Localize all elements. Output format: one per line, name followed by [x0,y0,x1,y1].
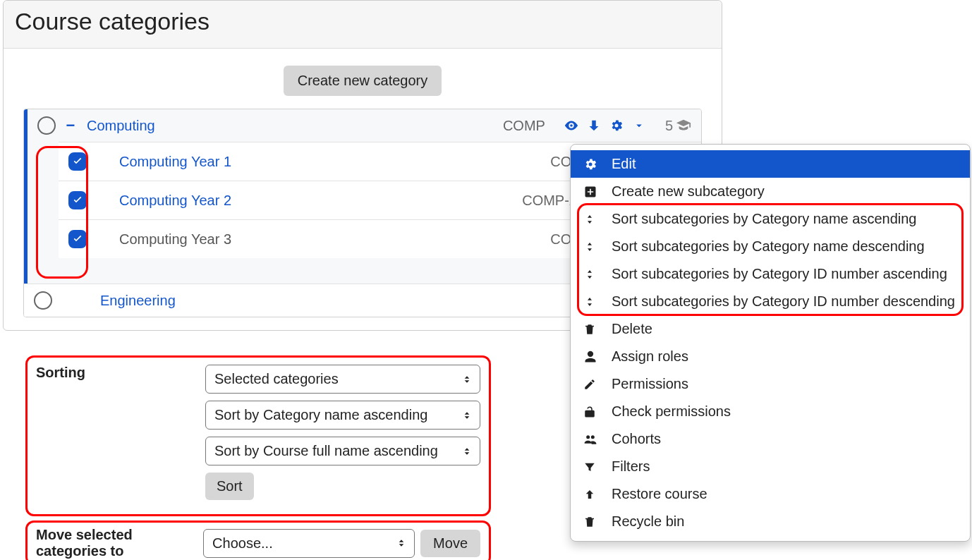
category-row-computing[interactable]: − Computing COMP 5 [24,109,701,142]
bottom-controls: Sorting Selected categories Sort by Cate… [25,355,491,560]
chevron-down-icon[interactable] [630,116,648,135]
checkbox-engineering[interactable] [34,291,52,310]
checkbox-year2[interactable] [68,191,87,209]
menu-restore-course[interactable]: Restore course [571,480,970,508]
sort-icon [583,241,600,253]
subcategory-link[interactable]: Computing Year 2 [119,193,231,209]
gear-icon [583,157,600,171]
create-row: Create new category [4,49,722,109]
checkbox-computing[interactable] [37,116,56,135]
eye-icon[interactable] [562,116,581,135]
collapse-icon[interactable]: − [63,116,78,135]
move-heading: Move selected categories to [36,527,189,559]
subcategory-label: Computing Year 3 [119,231,231,248]
unlock-icon [583,406,600,418]
panel-header: Course categories [4,1,722,49]
menu-assign-roles[interactable]: Assign roles [571,343,970,370]
category-link[interactable]: Engineering [100,293,176,309]
user-icon [583,350,600,364]
filter-icon [583,461,600,473]
menu-sort-name-desc[interactable]: Sort subcategories by Category name desc… [571,233,970,260]
plus-square-icon [583,185,600,199]
menu-create-subcategory[interactable]: Create new subcategory [571,178,970,205]
category-actions-menu: Edit Create new subcategory Sort subcate… [570,144,971,542]
move-down-icon[interactable] [585,116,603,135]
menu-permissions[interactable]: Permissions [571,370,970,398]
sorting-heading: Sorting [36,365,191,381]
menu-recycle-bin[interactable]: Recycle bin [571,508,970,535]
checkbox-year3[interactable] [68,230,87,248]
menu-check-permissions[interactable]: Check permissions [571,398,970,425]
users-icon [583,432,600,446]
trash-icon [583,516,600,528]
sorting-scope-select[interactable]: Selected categories [205,365,480,394]
move-button[interactable]: Move [420,530,480,557]
sort-button[interactable]: Sort [205,473,254,500]
category-code: COMP [503,118,545,134]
menu-delete[interactable]: Delete [571,315,970,343]
page-title: Course categories [15,8,709,35]
menu-sort-id-asc[interactable]: Sort subcategories by Category ID number… [571,260,970,288]
sort-icon [583,268,600,281]
menu-sort-id-desc[interactable]: Sort subcategories by Category ID number… [571,288,970,315]
subcategory-code: COMP-2 [522,193,577,209]
subcategory-link[interactable]: Computing Year 1 [119,154,231,170]
category-link[interactable]: Computing [87,118,155,134]
sort-icon [583,213,600,226]
edit-icon [583,378,600,391]
restore-icon [583,488,600,501]
move-group: Move selected categories to Choose... Mo… [25,521,491,560]
menu-cohorts[interactable]: Cohorts [571,425,970,453]
checkbox-year1[interactable] [68,152,87,171]
menu-filters[interactable]: Filters [571,453,970,480]
sort-icon [583,296,600,308]
course-count: 5 [665,118,691,134]
move-target-select[interactable]: Choose... [203,529,415,558]
menu-sort-name-asc[interactable]: Sort subcategories by Category name asce… [571,205,970,233]
trash-icon [583,323,600,336]
gear-icon[interactable] [607,116,626,135]
menu-edit[interactable]: Edit [571,150,970,178]
sort-by-course-select[interactable]: Sort by Course full name ascending [205,437,480,465]
create-category-button[interactable]: Create new category [284,66,442,96]
sort-by-category-select[interactable]: Sort by Category name ascending [205,401,480,430]
sorting-group: Sorting Selected categories Sort by Cate… [25,355,491,516]
